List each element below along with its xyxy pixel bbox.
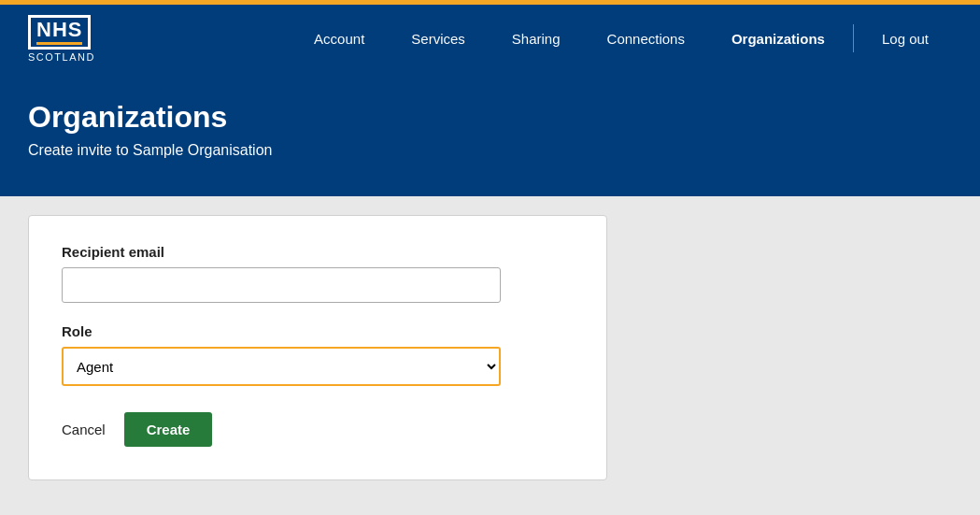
- main-nav: Account Services Sharing Connections Org…: [291, 5, 952, 72]
- nav-account[interactable]: Account: [291, 5, 388, 72]
- nhs-scotland-label: SCOTLAND: [28, 51, 95, 63]
- nhs-logo[interactable]: NHS SCOTLAND: [28, 15, 95, 63]
- form-card: Recipient email Role AgentAdminMember Ca…: [28, 215, 607, 480]
- nhs-logo-underline: [36, 42, 82, 45]
- nhs-logo-box: NHS: [28, 15, 91, 50]
- site-header: NHS SCOTLAND Account Services Sharing Co…: [0, 5, 980, 72]
- nav-connections[interactable]: Connections: [584, 5, 708, 72]
- recipient-email-input[interactable]: [62, 267, 501, 303]
- nav-logout[interactable]: Log out: [859, 5, 952, 72]
- recipient-email-group: Recipient email: [62, 244, 574, 303]
- recipient-email-label: Recipient email: [62, 244, 574, 260]
- main-content: Recipient email Role AgentAdminMember Ca…: [0, 196, 980, 508]
- nhs-logo-text: NHS: [36, 18, 82, 41]
- nav-divider: [853, 24, 854, 52]
- role-label: Role: [62, 323, 574, 339]
- nav-organizations[interactable]: Organizations: [708, 5, 848, 72]
- hero-section: Organizations Create invite to Sample Or…: [0, 72, 980, 196]
- nav-sharing[interactable]: Sharing: [489, 5, 584, 72]
- page-title: Organizations: [28, 100, 952, 135]
- nav-services[interactable]: Services: [388, 5, 489, 72]
- button-row: Cancel Create: [62, 412, 574, 447]
- create-button[interactable]: Create: [124, 412, 213, 447]
- role-select[interactable]: AgentAdminMember: [62, 347, 501, 386]
- role-group: Role AgentAdminMember: [62, 323, 574, 386]
- cancel-button[interactable]: Cancel: [62, 422, 106, 437]
- page-subtitle: Create invite to Sample Organisation: [28, 142, 952, 159]
